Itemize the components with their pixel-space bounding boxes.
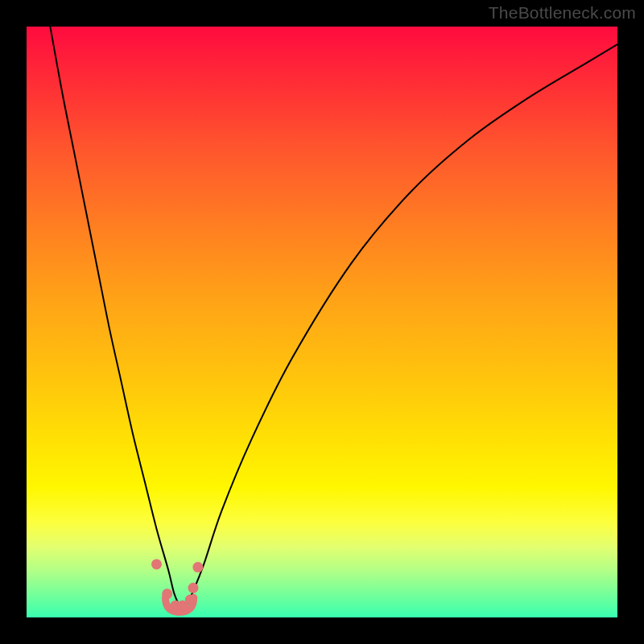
- trough-dot: [192, 562, 203, 572]
- curve-svg: [27, 27, 617, 617]
- trough-dot: [162, 588, 172, 599]
- trough-dot: [151, 559, 162, 569]
- chart-frame: TheBottleneck.com: [0, 0, 644, 644]
- trough-dot: [185, 594, 196, 605]
- trough-dot: [188, 583, 198, 593]
- bottleneck-curve: [50, 27, 617, 607]
- watermark-text: TheBottleneck.com: [489, 3, 636, 23]
- plot-area: [27, 27, 617, 617]
